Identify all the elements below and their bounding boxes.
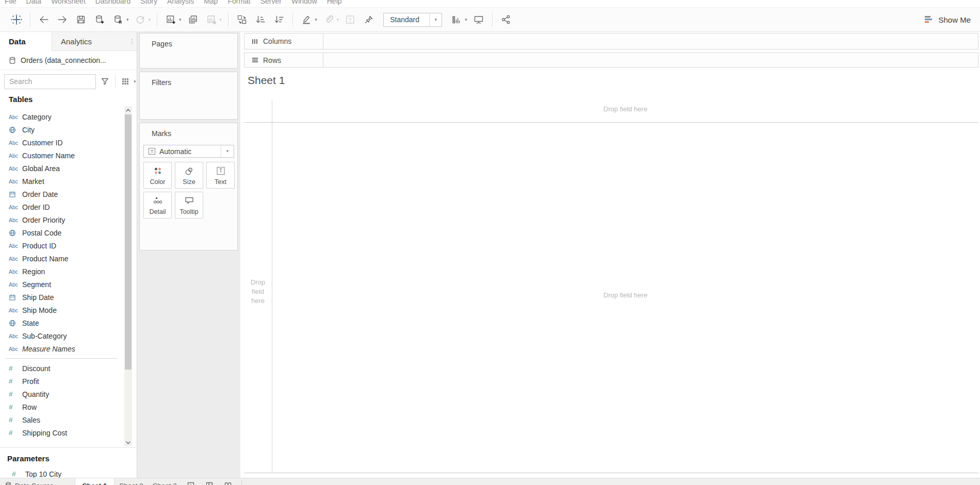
new-dashboard-tab-icon[interactable] [206, 478, 213, 485]
field-item[interactable]: Profit [0, 375, 124, 388]
field-item[interactable]: Customer ID [0, 136, 124, 149]
text-button[interactable]: T Text [206, 162, 235, 189]
menu-item[interactable]: Help [327, 0, 342, 5]
pages-card[interactable]: Pages [139, 33, 238, 69]
scrollbar-thumb[interactable] [125, 114, 132, 370]
tab-data-source[interactable]: Data Source [0, 478, 75, 485]
show-me-button[interactable]: Show Me [922, 11, 973, 28]
duplicate-sheet-button[interactable] [187, 12, 199, 27]
field-item[interactable]: Sub-Category [0, 329, 124, 342]
view-options-grid-icon[interactable] [119, 74, 132, 89]
tab-analytics[interactable]: Analytics [52, 32, 127, 51]
sort-ascending-button[interactable] [254, 12, 267, 27]
scroll-down-icon[interactable] [124, 439, 132, 446]
field-item[interactable]: Global Area [0, 162, 124, 175]
field-item[interactable]: Region [0, 265, 124, 278]
sort-descending-button[interactable] [273, 12, 285, 27]
menu-item[interactable]: Server [260, 0, 282, 5]
field-item[interactable]: Category [0, 110, 124, 123]
run-update-button[interactable] [134, 12, 146, 27]
swap-rows-columns-button[interactable] [236, 12, 248, 27]
presentation-mode-button[interactable] [472, 12, 485, 27]
menu-item[interactable]: Data [26, 0, 42, 5]
pause-auto-updates-caret[interactable]: ▾ [126, 18, 129, 22]
field-item[interactable]: Order Priority [0, 213, 124, 226]
highlight-caret[interactable]: ▾ [315, 18, 317, 22]
size-button[interactable]: Size [175, 162, 203, 189]
tableau-logo-icon[interactable] [10, 12, 23, 27]
field-item[interactable]: Ship Date [0, 291, 124, 304]
mark-type-dropdown[interactable]: T Automatic ▾ [143, 145, 234, 158]
tab-sheet-2-label: Sheet 2 [119, 482, 143, 485]
field-list-scrollbar[interactable] [124, 106, 132, 446]
field-item[interactable]: Sales [0, 413, 124, 426]
redo-forward-button[interactable] [56, 12, 69, 27]
pane-handle-icon[interactable]: ⋮ [127, 32, 137, 51]
menu-item[interactable]: Story [140, 0, 157, 5]
show-hide-cards-button[interactable] [450, 12, 463, 27]
fit-selector-caret[interactable]: ▾ [429, 13, 442, 26]
fix-axes-pin-button[interactable] [363, 12, 375, 27]
field-item[interactable]: Product ID [0, 239, 124, 252]
highlight-button[interactable] [300, 12, 313, 27]
cards-column: Pages Filters Marks T Automatic ▾ Color … [137, 32, 240, 478]
pause-auto-updates-button[interactable] [112, 12, 124, 27]
tab-sheet-3[interactable]: Sheet 3 [148, 478, 182, 485]
columns-shelf[interactable]: Columns [244, 33, 978, 49]
menu-item[interactable]: Window [291, 0, 317, 5]
text-field-icon [9, 140, 22, 146]
field-item[interactable]: Measure Names [0, 342, 124, 355]
field-item[interactable]: Product Name [0, 252, 124, 265]
clear-sheet-button[interactable] [205, 12, 218, 27]
field-item[interactable]: Order ID [0, 200, 124, 213]
tab-sheet-2[interactable]: Sheet 2 [115, 478, 148, 485]
mark-type-caret[interactable]: ▾ [221, 145, 234, 157]
detail-button[interactable]: Detail [143, 192, 172, 219]
drop-zone-canvas[interactable]: Drop field here [272, 291, 978, 299]
menu-item[interactable]: Map [204, 0, 218, 5]
field-item[interactable]: State [0, 316, 124, 329]
save-button[interactable] [75, 12, 87, 27]
group-members-caret: ▾ [337, 18, 339, 22]
field-item[interactable]: Quantity [0, 388, 124, 400]
field-item[interactable]: Market [0, 175, 124, 188]
new-story-tab-icon[interactable] [224, 478, 232, 485]
show-hide-cards-caret[interactable]: ▾ [465, 18, 467, 22]
tooltip-button[interactable]: Tooltip [175, 192, 203, 219]
new-worksheet-tab-icon[interactable] [187, 478, 194, 485]
drop-zone-columns[interactable]: Drop field here [272, 105, 978, 113]
menu-item[interactable]: Analysis [167, 0, 194, 5]
undo-back-button[interactable] [38, 12, 50, 27]
menu-item[interactable]: File [5, 0, 17, 5]
rows-shelf[interactable]: Rows [244, 53, 978, 68]
show-mark-labels-button[interactable]: T [344, 12, 356, 27]
sheet-title[interactable]: Sheet 1 [248, 74, 285, 87]
new-worksheet-caret[interactable]: ▾ [179, 18, 182, 22]
new-data-source-button[interactable] [93, 12, 106, 27]
menu-item[interactable]: Dashboard [95, 0, 131, 5]
field-item[interactable]: Discount [0, 362, 124, 375]
field-item[interactable]: City [0, 123, 124, 136]
menu-item[interactable]: Worksheet [51, 0, 86, 5]
color-button[interactable]: Color [143, 162, 172, 189]
drop-zone-rows[interactable]: Drop field here [244, 278, 272, 306]
field-item[interactable]: Segment [0, 278, 124, 291]
menu-item[interactable]: Format [227, 0, 250, 5]
field-item[interactable]: Postal Code [0, 226, 124, 239]
new-worksheet-button[interactable] [165, 12, 177, 27]
share-workbook-button[interactable] [500, 12, 512, 27]
field-item[interactable]: Row [0, 400, 124, 413]
filters-card[interactable]: Filters [139, 72, 238, 120]
search-input[interactable] [5, 77, 106, 86]
field-item[interactable]: Ship Mode [0, 304, 124, 316]
group-members-button[interactable] [322, 12, 335, 27]
field-item[interactable]: Customer Name [0, 149, 124, 162]
field-item[interactable]: Shipping Cost [0, 426, 124, 439]
tab-sheet-1[interactable]: Sheet 1 [75, 478, 115, 485]
scroll-up-icon[interactable] [124, 106, 132, 114]
tab-data[interactable]: Data [0, 32, 52, 51]
fit-selector[interactable]: Standard ▾ [383, 13, 442, 27]
view-options-caret[interactable]: ▾ [134, 79, 136, 84]
data-source-connection[interactable]: Orders (data_connection... [0, 51, 137, 70]
field-item[interactable]: Order Date [0, 188, 124, 200]
